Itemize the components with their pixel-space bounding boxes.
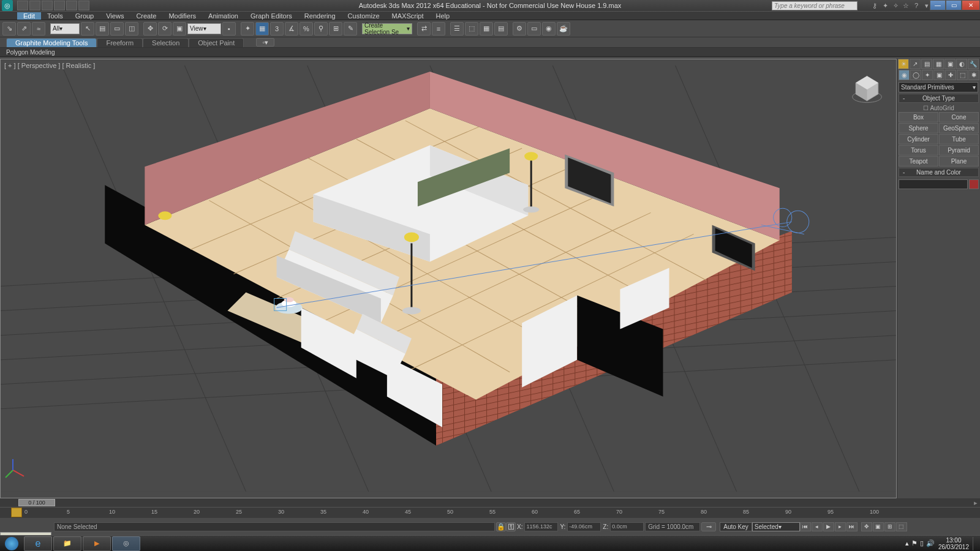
primitive-category-dropdown[interactable]: Standard Primitives▾ <box>899 82 978 92</box>
y-field[interactable]: -49.06cm <box>567 522 601 531</box>
prim-plane[interactable]: Plane <box>939 156 979 167</box>
tab-graphite[interactable]: Graphite Modeling Tools <box>6 38 97 47</box>
link-icon[interactable]: ⇘ <box>2 22 16 36</box>
qat-save-icon[interactable] <box>42 1 53 10</box>
tab-c-icon[interactable]: ▦ <box>933 59 944 69</box>
tool1-icon[interactable]: ✦ <box>881 1 889 10</box>
bind-icon[interactable]: ≈ <box>32 22 45 36</box>
key-mode-dropdown[interactable]: Selected ▾ <box>752 522 800 531</box>
prim-sphere[interactable]: Sphere <box>899 123 938 133</box>
window-cross-icon[interactable]: ◫ <box>125 22 138 36</box>
named-selection-dropdown[interactable]: Create Selection Se▾ <box>362 23 412 34</box>
viewport-perspective[interactable]: [ + ] [ Perspective ] [ Realistic ] <box>0 59 897 498</box>
qat-undo-icon[interactable] <box>54 1 65 10</box>
percent-snap-icon[interactable]: ∡ <box>285 22 298 36</box>
select-icon[interactable]: ↖ <box>81 22 94 36</box>
prim-cone[interactable]: Cone <box>939 112 979 122</box>
menu-group[interactable]: Group <box>69 12 100 20</box>
select-rect-icon[interactable]: ▭ <box>110 22 124 36</box>
angle-snap-icon[interactable]: 3 <box>270 22 284 36</box>
sub-ribbon[interactable]: Polygon Modeling <box>0 48 980 57</box>
menu-tools[interactable]: Tools <box>41 12 69 20</box>
qat-new-icon[interactable] <box>17 1 28 10</box>
render-icon[interactable]: ◉ <box>542 22 556 36</box>
ribbon-expand-icon[interactable]: ◦▾ <box>256 38 274 47</box>
menu-edit[interactable]: Edit <box>17 12 41 20</box>
taskbar-clock[interactable]: 13:00 26/03/2012 <box>938 537 969 550</box>
select-name-icon[interactable]: ▤ <box>96 22 109 36</box>
maximize-button[interactable]: ▭ <box>946 0 962 10</box>
x-field[interactable]: 1156.132c <box>524 522 558 531</box>
next-frame-icon[interactable]: ▸ <box>835 522 846 531</box>
prim-pyramid[interactable]: Pyramid <box>939 145 979 156</box>
tray-volume-icon[interactable]: 🔊 <box>926 539 935 547</box>
rollout-object-type[interactable]: Object Type <box>899 94 979 103</box>
tab-e-icon[interactable]: ◐ <box>956 59 967 69</box>
start-button[interactable] <box>0 536 23 552</box>
goto-end-icon[interactable]: ⏭ <box>846 522 858 531</box>
tab-util-icon[interactable]: 🔧 <box>968 59 979 69</box>
tray-flag-icon[interactable]: ⚑ <box>911 539 918 547</box>
ruler-marker[interactable] <box>11 508 22 517</box>
frame-handle[interactable]: 0 / 100 <box>18 499 55 506</box>
frame-slider[interactable]: 0 / 100 ▸ <box>0 498 980 507</box>
space-tab-icon[interactable]: ⬚ <box>957 70 968 80</box>
show-desktop-button[interactable] <box>973 537 978 550</box>
tray-network-icon[interactable]: ▯ <box>920 539 924 547</box>
prim-geosphere[interactable]: GeoSphere <box>939 123 979 133</box>
task-wmp-icon[interactable]: ▶ <box>83 536 111 551</box>
task-explorer-icon[interactable]: 📁 <box>53 536 81 551</box>
menu-graph-editors[interactable]: Graph Editors <box>244 12 298 20</box>
menu-help[interactable]: Help <box>430 12 456 20</box>
material-editor-icon[interactable]: ▤ <box>494 22 508 36</box>
menu-modifiers[interactable]: Modifiers <box>162 12 202 20</box>
unlink-icon[interactable]: ⇗ <box>17 22 31 36</box>
viewcube[interactable] <box>850 72 884 105</box>
mirror-icon[interactable]: ⇄ <box>417 22 431 36</box>
tab-b-icon[interactable]: ▤ <box>921 59 932 69</box>
render-frame-icon[interactable]: ▭ <box>527 22 541 36</box>
spinner-snap-icon[interactable]: % <box>300 22 313 36</box>
minimize-button[interactable]: — <box>930 0 946 10</box>
pivot-icon[interactable]: ▪ <box>222 22 236 36</box>
selection-filter[interactable]: All ▾ <box>50 23 80 34</box>
helpers-tab-icon[interactable]: ✚ <box>945 70 956 80</box>
tab-freeform[interactable]: Freeform <box>97 38 143 47</box>
systems-tab-icon[interactable]: ✱ <box>968 70 979 80</box>
tab-selection[interactable]: Selection <box>143 38 189 47</box>
ref-coord-dropdown[interactable]: View ▾ <box>187 23 221 34</box>
align-icon[interactable]: ≡ <box>432 22 445 36</box>
play-icon[interactable]: ▶ <box>823 522 834 531</box>
object-name-input[interactable] <box>899 179 968 189</box>
search-input[interactable] <box>772 1 858 10</box>
tab-d-icon[interactable]: ▣ <box>944 59 956 69</box>
tab-object-paint[interactable]: Object Paint <box>189 38 244 47</box>
viewport-label[interactable]: [ + ] [ Perspective ] [ Realistic ] <box>4 62 95 69</box>
lights-tab-icon[interactable]: ✦ <box>922 70 933 80</box>
curve-editor-icon[interactable]: ⬚ <box>465 22 478 36</box>
cameras-tab-icon[interactable]: ▣ <box>933 70 944 80</box>
menu-customize[interactable]: Customize <box>342 12 386 20</box>
tool2-icon[interactable]: ✧ <box>891 1 900 10</box>
close-button[interactable]: ✕ <box>962 0 980 10</box>
snap-toggle-icon[interactable]: ▦ <box>255 22 269 36</box>
schematic-icon[interactable]: ▦ <box>480 22 493 36</box>
auto-key-button[interactable]: Auto Key <box>720 522 752 531</box>
nav1-icon[interactable]: ✥ <box>861 522 872 531</box>
autogrid-checkbox[interactable]: ☐ AutoGrid <box>897 104 980 112</box>
qat-more-icon[interactable] <box>78 1 89 10</box>
snap5-icon[interactable]: ⚲ <box>314 22 328 36</box>
manipulate-icon[interactable]: ✦ <box>241 22 254 36</box>
star-icon[interactable]: ☆ <box>902 1 910 10</box>
menu-rendering[interactable]: Rendering <box>298 12 342 20</box>
menu-create[interactable]: Create <box>130 12 162 20</box>
tab-lighting-icon[interactable]: ☀ <box>898 59 909 69</box>
z-field[interactable]: 0.0cm <box>610 522 644 531</box>
prim-teapot[interactable]: Teapot <box>899 156 938 167</box>
rotate-icon[interactable]: ⟳ <box>158 22 172 36</box>
nav2-icon[interactable]: ▣ <box>873 522 884 531</box>
prev-frame-icon[interactable]: ◂ <box>812 522 823 531</box>
render-prod-icon[interactable]: ☕ <box>557 22 570 36</box>
keymode-icon[interactable]: ⊸ <box>701 522 716 531</box>
prim-cylinder[interactable]: Cylinder <box>899 134 938 144</box>
